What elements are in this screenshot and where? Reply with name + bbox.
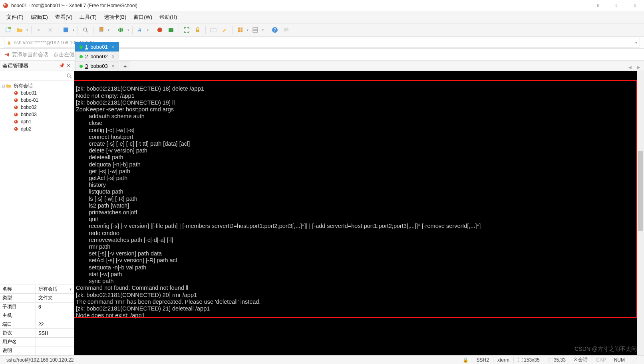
profile-icon[interactable] (62, 26, 70, 34)
tree-item[interactable]: bobo01 (1, 89, 73, 97)
titlebar: bobo01 - root@bobo01:~ - Xshell 7 (Free … (0, 0, 644, 11)
menu-window[interactable]: 窗口(W) (130, 12, 155, 22)
tab-label: bobo03 (90, 63, 107, 69)
terminal[interactable]: [zk: bobo02:2181(CONNECTED) 18] delete /… (74, 71, 644, 355)
svg-rect-3 (8, 27, 11, 29)
svg-point-0 (3, 3, 8, 8)
copy-icon[interactable] (97, 26, 105, 34)
highlight-icon[interactable] (220, 26, 229, 34)
scrollbar-thumb[interactable] (638, 151, 643, 231)
tree-item-label: bobo03 (21, 112, 37, 117)
status-ssh: SSH2 (473, 357, 493, 363)
tab[interactable]: 1bobo01× (75, 42, 119, 51)
svg-rect-14 (211, 29, 216, 32)
close-icon[interactable]: ✕ (65, 63, 72, 68)
tile-icon[interactable] (251, 26, 260, 34)
svg-point-31 (14, 113, 18, 117)
prop-value: 6 (36, 303, 74, 311)
separator (58, 26, 58, 34)
tab-close-icon[interactable]: × (112, 54, 115, 59)
tree-item-label: bobo-01 (21, 97, 38, 103)
tree-item[interactable]: bobo-01 (1, 97, 73, 104)
svg-point-24 (67, 74, 70, 77)
search-icon[interactable] (81, 26, 90, 34)
tree-item[interactable]: dpb1 (1, 118, 73, 125)
close-button[interactable]:  (626, 0, 644, 11)
tab-close-icon[interactable]: × (112, 44, 115, 50)
lock-icon[interactable] (193, 26, 202, 34)
tab[interactable]: 2bobo02× (75, 51, 119, 61)
help-icon[interactable]: ? (270, 26, 279, 34)
svg-point-1 (4, 4, 6, 6)
session-tree[interactable]: ⊟ 所有会话 bobo01bobo-01bobo02bobo03dpb1dpb2 (0, 81, 74, 285)
prop-row: 名称所有会话▾ (0, 285, 74, 294)
svg-rect-23 (8, 42, 10, 44)
panel-header: 会话管理器 📌 ✕ (0, 61, 74, 71)
tab-label: bobo01 (90, 44, 107, 50)
menu-tabs[interactable]: 选项卡(B) (101, 12, 129, 22)
svg-point-35 (14, 127, 18, 131)
menu-help[interactable]: 帮助(H) (156, 12, 180, 22)
folder-icon (6, 83, 12, 89)
properties-table: 名称所有会话▾类型文件夹子项目6主机端口22协议SSH用户名说明 (0, 285, 74, 355)
prop-value (36, 311, 74, 320)
prop-row: 端口22 (0, 320, 74, 329)
chevron-down-icon[interactable]: ▾ (70, 287, 72, 291)
panel-search[interactable] (0, 71, 74, 81)
svg-rect-7 (100, 27, 103, 31)
tab-add-button[interactable]: + (120, 61, 130, 71)
search-icon (66, 73, 72, 79)
menu-edit[interactable]: 编辑(E) (28, 12, 51, 22)
tab[interactable]: 3bobo03× (75, 61, 119, 71)
unlink-icon[interactable] (46, 26, 55, 34)
link-icon[interactable] (35, 26, 44, 34)
globe-icon[interactable] (116, 26, 125, 34)
status-dot-icon (80, 55, 83, 58)
tree-item[interactable]: dpb2 (1, 125, 73, 133)
tree-item[interactable]: bobo02 (1, 104, 73, 111)
menu-tools[interactable]: 工具(T) (76, 12, 100, 22)
separator (152, 26, 152, 34)
status-num: NUM (610, 357, 629, 363)
prop-key: 端口 (0, 320, 36, 329)
prop-row: 类型文件夹 (0, 294, 74, 303)
chat-icon[interactable] (282, 26, 290, 34)
arrow-icon[interactable] (4, 52, 10, 57)
minimize-button[interactable]:  (589, 0, 607, 11)
open-session-icon[interactable] (15, 26, 24, 34)
menu-file[interactable]: 文件(F) (3, 12, 27, 22)
pin-icon[interactable]: 📌 (59, 63, 65, 68)
status-term: xterm (493, 357, 513, 363)
svg-rect-18 (241, 30, 242, 32)
keyboard-icon[interactable] (209, 26, 218, 34)
layout-icon[interactable] (236, 26, 244, 34)
tree-item[interactable]: bobo03 (1, 111, 73, 118)
maximize-button[interactable]:  (607, 0, 626, 11)
new-session-icon[interactable] (4, 26, 13, 34)
svg-rect-19 (253, 28, 258, 30)
separator (78, 26, 78, 34)
prop-key: 用户名 (0, 338, 36, 346)
svg-point-5 (83, 28, 87, 31)
scrollbar[interactable] (637, 71, 644, 355)
chevron-down-icon[interactable]: ▾ (635, 40, 637, 45)
tree-root[interactable]: ⊟ 所有会话 (1, 82, 73, 89)
font-icon[interactable]: A (136, 26, 145, 34)
menu-view[interactable]: 查看(V) (52, 12, 76, 22)
collapse-icon[interactable]: ⊟ (1, 84, 6, 88)
status-caps: CAP (592, 357, 610, 363)
tab-next-icon[interactable]: ▶ (635, 63, 642, 71)
prop-row: 协议SSH (0, 329, 74, 338)
tab-close-icon[interactable]: × (112, 63, 115, 69)
svg-rect-16 (241, 28, 242, 30)
xftp-icon[interactable] (167, 26, 175, 34)
tab-prev-icon[interactable]: ◀ (626, 63, 634, 71)
fullscreen-icon[interactable] (182, 26, 191, 34)
xshell-icon[interactable] (155, 26, 164, 34)
resize-grip[interactable]: ⋰ (629, 357, 642, 363)
menubar: 文件(F) 编辑(E) 查看(V) 工具(T) 选项卡(B) 窗口(W) 帮助(… (0, 11, 644, 23)
session-manager-panel: 会话管理器 📌 ✕ ⊟ 所有会话 bobo01bobo-01bobo02bobo… (0, 61, 74, 355)
separator (179, 26, 179, 34)
tree-item-label: dpb1 (21, 119, 32, 125)
separator (132, 26, 133, 34)
